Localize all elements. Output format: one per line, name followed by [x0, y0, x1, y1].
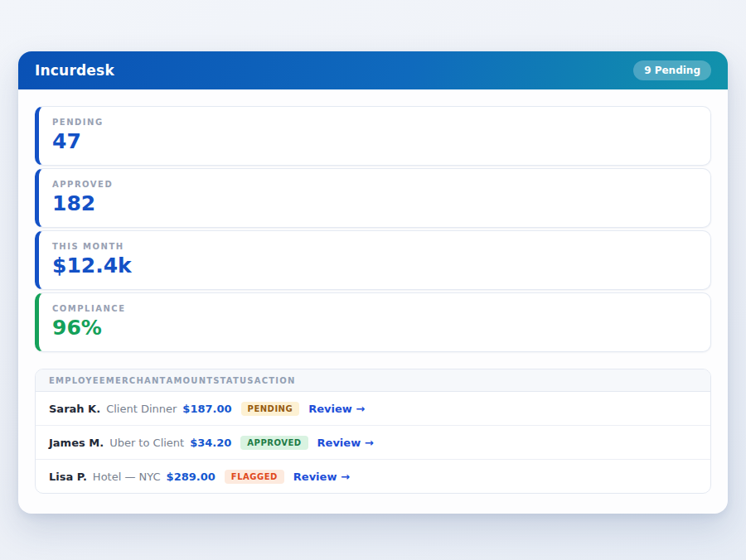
app-title: Incurdesk — [35, 62, 114, 79]
column-header: AMOUNT — [167, 376, 214, 385]
stat-value: 182 — [52, 192, 697, 215]
page-background: Incurdesk 9 Pending PENDING 47 APPROVED … — [0, 0, 746, 560]
stat-card: COMPLIANCE 96% — [35, 292, 711, 352]
stat-value: 96% — [52, 316, 697, 340]
table-header-row: EMPLOYEE MERCHANT AMOUNT STATUS ACTION — [36, 369, 710, 392]
employee-name: Lisa P. — [49, 471, 87, 483]
employee-name: James M. — [49, 437, 104, 449]
stat-label: APPROVED — [52, 180, 697, 189]
table-row: Lisa P. Hotel — NYC $289.00 FLAGGED Revi… — [36, 460, 710, 493]
app-card: Incurdesk 9 Pending PENDING 47 APPROVED … — [18, 51, 728, 514]
stats-section: PENDING 47 APPROVED 182 THIS MONTH $12.4… — [35, 106, 711, 352]
table-row: Sarah K. Client Dinner $187.00 PENDING R… — [36, 392, 710, 426]
column-header: STATUS — [213, 376, 254, 385]
amount-value: $289.00 — [167, 471, 216, 483]
stat-label: PENDING — [52, 118, 697, 127]
app-body: PENDING 47 APPROVED 182 THIS MONTH $12.4… — [18, 89, 728, 514]
merchant-label: Hotel — NYC — [93, 471, 161, 483]
expense-table: EMPLOYEE MERCHANT AMOUNT STATUS ACTION S… — [35, 369, 711, 494]
review-link[interactable]: Review → — [293, 471, 350, 483]
app-header: Incurdesk 9 Pending — [18, 51, 728, 89]
status-badge: FLAGGED — [225, 470, 284, 484]
stat-card: PENDING 47 — [35, 106, 711, 166]
amount-value: $187.00 — [182, 403, 231, 415]
review-link[interactable]: Review → — [308, 403, 365, 415]
stat-value: $12.4k — [52, 254, 697, 278]
stat-value: 47 — [52, 130, 697, 153]
review-link[interactable]: Review → — [317, 437, 374, 449]
pending-count-badge: 9 Pending — [633, 60, 711, 80]
stat-label: THIS MONTH — [52, 242, 697, 251]
column-header: ACTION — [254, 376, 296, 385]
merchant-label: Uber to Client — [109, 437, 184, 449]
stat-card: APPROVED 182 — [35, 168, 711, 228]
amount-value: $34.20 — [190, 437, 231, 449]
column-header: MERCHANT — [106, 376, 167, 385]
status-badge: PENDING — [241, 402, 300, 416]
stat-label: COMPLIANCE — [52, 304, 697, 313]
status-badge: APPROVED — [240, 436, 308, 450]
table-row: James M. Uber to Client $34.20 APPROVED … — [36, 426, 710, 460]
table-body: Sarah K. Client Dinner $187.00 PENDING R… — [36, 392, 710, 493]
employee-name: Sarah K. — [49, 403, 100, 415]
stat-card: THIS MONTH $12.4k — [35, 230, 711, 290]
merchant-label: Client Dinner — [106, 403, 177, 415]
column-header: EMPLOYEE — [49, 376, 106, 385]
